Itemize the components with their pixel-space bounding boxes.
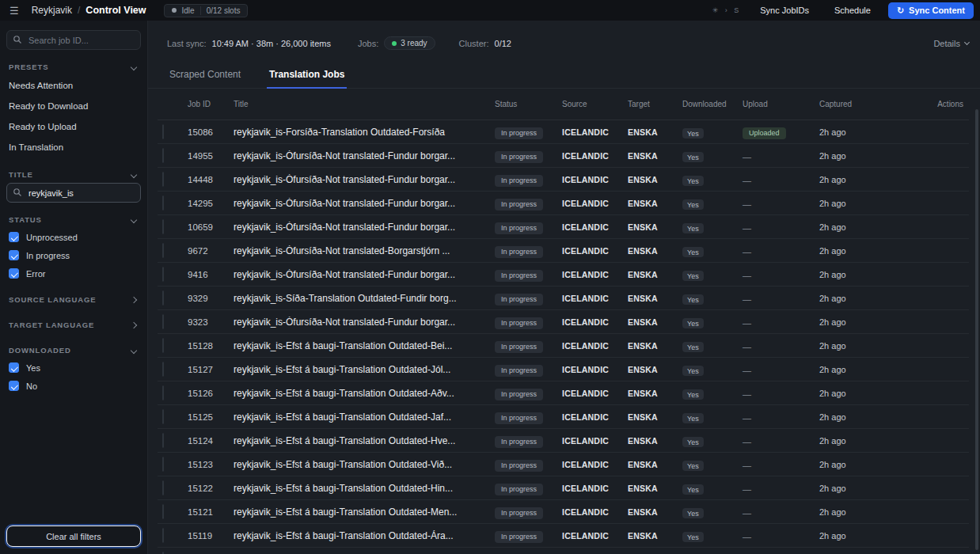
job-title-cell: reykjavik_is-Ófursíða-Not translated-Fun… [234, 150, 495, 161]
upload-empty-dash: — [743, 484, 751, 494]
table-row[interactable]: 15119reykjavik_is-Efst á baugi-Translati… [158, 524, 969, 548]
details-toggle[interactable]: Details [933, 39, 969, 48]
breadcrumb-brand[interactable]: Reykjavik [32, 5, 72, 16]
section-status[interactable]: STATUS [6, 208, 141, 228]
section-presets[interactable]: PRESETS [6, 55, 141, 75]
breadcrumb: Reykjavik / Control View [32, 5, 146, 16]
downloaded-cell: Yes [682, 434, 743, 448]
row-checkbox[interactable] [162, 552, 164, 554]
row-checkbox[interactable] [162, 528, 164, 543]
row-checkbox[interactable] [162, 457, 164, 472]
checkbox-unprocessed[interactable] [9, 232, 19, 242]
schedule-button[interactable]: Schedule [826, 2, 879, 18]
table-row[interactable]: 15128reykjavik_is-Efst á baugi-Translati… [158, 334, 969, 358]
filter-option-error[interactable]: Error [6, 264, 141, 283]
upload-cell: — [743, 315, 819, 329]
table-row[interactable]: 15125reykjavik_is-Efst á baugi-Translati… [158, 405, 969, 429]
table-row[interactable]: 15118reykjavik_is-Efst á baugi-Translati… [158, 548, 969, 554]
table-row[interactable]: 15126reykjavik_is-Efst á baugi-Translati… [158, 381, 969, 405]
preset-needs-attention[interactable]: Needs Attention [6, 75, 141, 96]
topbar: ☰ Reykjavik / Control View Idle 0/12 slo… [0, 0, 980, 21]
table-row[interactable]: 9323reykjavik_is-Ófursíða-Not translated… [158, 310, 969, 334]
target-language-section-label: TARGET LANGUAGE [9, 321, 94, 329]
column-header-actions: Actions [906, 100, 969, 108]
sync-content-button[interactable]: ↻ Sync Content [888, 2, 974, 19]
status-cell: In progress [495, 290, 562, 305]
checkbox-in-progress[interactable] [9, 250, 19, 260]
checkbox-error[interactable] [9, 268, 19, 279]
status-cell: In progress [495, 314, 562, 329]
row-checkbox[interactable] [162, 362, 164, 377]
table-row[interactable]: 9329reykjavik_is-Síða-Translation Outdat… [158, 286, 969, 310]
section-downloaded[interactable]: DOWNLOADED [6, 339, 141, 359]
section-target-language[interactable]: TARGET LANGUAGE [6, 313, 141, 333]
row-checkbox[interactable] [162, 338, 164, 353]
row-checkbox[interactable] [162, 124, 164, 139]
hamburger-menu-icon[interactable]: ☰ [6, 5, 22, 17]
title-filter-input[interactable] [6, 183, 141, 203]
job-id-cell: 9672 [188, 246, 234, 256]
checkbox-yes[interactable] [9, 362, 19, 373]
target-language-cell: ENSKA [628, 127, 682, 137]
filter-option-no[interactable]: No [6, 377, 141, 395]
filter-option-yes[interactable]: Yes [6, 359, 141, 377]
section-title[interactable]: TITLE [6, 163, 141, 183]
row-checkbox[interactable] [162, 148, 164, 163]
preset-ready-to-upload[interactable]: Ready to Upload [6, 116, 141, 137]
table-row[interactable]: 9672reykjavik_is-Ófursíða-Not translated… [158, 239, 969, 263]
row-checkbox[interactable] [162, 504, 164, 519]
preset-in-translation[interactable]: In Translation [6, 137, 141, 157]
row-checkbox[interactable] [162, 290, 164, 305]
table-row[interactable]: 14955reykjavik_is-Ófursíða-Not translate… [158, 144, 969, 168]
downloaded-cell: Yes [682, 149, 743, 163]
clear-all-filters-button[interactable]: Clear all filters [6, 526, 141, 547]
vertical-scrollbar[interactable] [975, 109, 978, 550]
upload-cell: — [743, 434, 819, 448]
table-row[interactable]: 10659reykjavik_is-Ófursíða-Not translate… [158, 215, 969, 239]
search-icon [13, 35, 22, 44]
table-row[interactable]: 14295reykjavik_is-Ófursíða-Not translate… [158, 192, 969, 215]
search-input[interactable] [6, 30, 141, 50]
section-source-language[interactable]: SOURCE LANGUAGE [6, 288, 141, 308]
row-checkbox[interactable] [162, 243, 164, 258]
row-checkbox[interactable] [162, 267, 164, 282]
tab-translation-jobs[interactable]: Translation Jobs [267, 60, 347, 88]
table-row[interactable]: 14448reykjavik_is-Ófursíða-Not translate… [158, 168, 969, 192]
table-row[interactable]: 15121reykjavik_is-Efst á baugi-Translati… [158, 500, 969, 524]
row-checkbox[interactable] [162, 195, 164, 211]
breadcrumb-separator: / [78, 5, 80, 16]
row-checkbox[interactable] [162, 409, 164, 424]
chevron-right-icon [131, 321, 137, 328]
upload-cell: — [743, 291, 819, 305]
table-row[interactable]: 15123reykjavik_is-Efst á baugi-Translati… [158, 453, 969, 476]
job-id-cell: 15122 [188, 484, 234, 493]
table-row[interactable]: 15124reykjavik_is-Efst á baugi-Translati… [158, 429, 969, 453]
row-checkbox[interactable] [162, 314, 164, 329]
row-checkbox[interactable] [162, 219, 164, 234]
downloaded-cell: Yes [682, 339, 743, 353]
sync-jobids-button[interactable]: Sync JobIDs [752, 2, 817, 18]
column-header-downloaded: Downloaded [682, 100, 743, 108]
table-row[interactable]: 15127reykjavik_is-Efst á baugi-Translati… [158, 358, 969, 381]
table-row[interactable]: 15086reykjavik_is-Forsíða-Translation Ou… [158, 120, 969, 144]
filter-option-unprocessed[interactable]: Unprocessed [6, 228, 141, 246]
table-row[interactable]: 15122reykjavik_is-Efst á baugi-Translati… [158, 476, 969, 500]
row-checkbox[interactable] [162, 385, 164, 400]
tab-scraped-content[interactable]: Scraped Content [167, 60, 243, 88]
row-checkbox-cell [158, 149, 188, 163]
table-row[interactable]: 9416reykjavik_is-Ófursíða-Not translated… [158, 263, 969, 286]
search-icon [13, 188, 22, 197]
downloaded-cell: Yes [682, 457, 743, 472]
row-checkbox[interactable] [162, 480, 164, 495]
status-badge: In progress [495, 436, 543, 448]
preset-ready-to-download[interactable]: Ready to Download [6, 96, 141, 116]
chevron-down-icon [131, 347, 137, 353]
upload-empty-dash: — [743, 532, 751, 541]
tab-bar: Scraped ContentTranslation Jobs [148, 60, 980, 89]
filter-option-in-progress[interactable]: In progress [6, 246, 141, 264]
row-checkbox[interactable] [162, 433, 164, 448]
checkbox-no[interactable] [9, 381, 19, 391]
status-cell: In progress [495, 385, 562, 400]
upload-cell: — [743, 268, 819, 282]
row-checkbox[interactable] [162, 172, 164, 187]
